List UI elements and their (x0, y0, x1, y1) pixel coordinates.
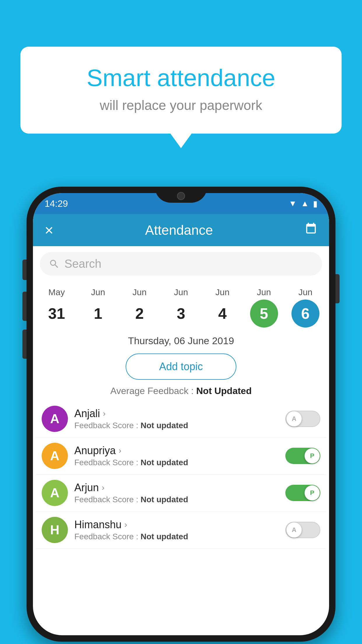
calendar-day-number: 6 (291, 300, 319, 328)
avatar: A (42, 443, 68, 469)
calendar-day[interactable]: Jun3 (162, 287, 200, 328)
toggle-thumb: P (305, 485, 320, 501)
status-icons: ▼ ▲ ▮ (289, 199, 317, 209)
chevron-icon: › (124, 520, 127, 529)
search-bar[interactable]: Search (40, 252, 322, 276)
app-header: × Attendance (33, 214, 329, 246)
student-list: AAnjali ›Feedback Score : Not updatedAAA… (33, 400, 329, 549)
signal-icon: ▲ (301, 199, 309, 208)
attendance-toggle[interactable]: P (285, 485, 320, 501)
chevron-icon: › (119, 446, 121, 455)
calendar-day[interactable]: Jun5 (245, 287, 283, 328)
student-row[interactable]: AAnupriya ›Feedback Score : Not updatedP (36, 438, 326, 475)
student-info: Anupriya ›Feedback Score : Not updated (74, 444, 279, 467)
calendar-day[interactable]: Jun6 (287, 287, 324, 328)
front-camera (177, 192, 185, 200)
calendar-day-number: 4 (208, 300, 236, 328)
feedback-score: Feedback Score : Not updated (74, 495, 279, 504)
search-icon (49, 258, 60, 270)
student-info: Himanshu ›Feedback Score : Not updated (74, 519, 279, 541)
attendance-toggle[interactable]: P (285, 448, 320, 464)
speech-bubble-subtitle: will replace your paperwork (44, 97, 318, 113)
search-placeholder: Search (64, 257, 101, 270)
chevron-icon: › (102, 483, 104, 492)
toggle-thumb: A (287, 522, 302, 538)
avatar: H (42, 517, 68, 543)
calendar-month-label: Jun (133, 287, 147, 297)
calendar-day-number: 5 (250, 300, 278, 328)
calendar-month-label: Jun (91, 287, 105, 297)
calendar-day[interactable]: May31 (38, 287, 75, 328)
calendar-month-label: Jun (215, 287, 229, 297)
calendar-day[interactable]: Jun1 (79, 287, 117, 328)
student-name: Himanshu › (74, 519, 279, 531)
student-info: Arjun ›Feedback Score : Not updated (74, 482, 279, 504)
student-row[interactable]: HHimanshu ›Feedback Score : Not updatedA (36, 512, 326, 549)
chevron-icon: › (103, 409, 106, 418)
calendar-month-label: May (48, 287, 65, 297)
header-title: Attendance (145, 222, 213, 238)
add-topic-button[interactable]: Add topic (126, 354, 236, 380)
calendar-month-label: Jun (257, 287, 271, 297)
student-name: Anjali › (74, 407, 279, 420)
avg-feedback-value: Not Updated (196, 386, 252, 396)
speech-bubble-container: Smart attendance will replace your paper… (20, 47, 342, 134)
close-button[interactable]: × (45, 221, 53, 239)
battery-icon: ▮ (313, 199, 317, 209)
calendar-day[interactable]: Jun4 (203, 287, 241, 328)
feedback-score: Feedback Score : Not updated (74, 458, 279, 467)
status-time: 14:29 (45, 198, 68, 209)
calendar-day-number: 1 (84, 300, 112, 328)
calendar-day[interactable]: Jun2 (121, 287, 159, 328)
calendar-day-number: 3 (167, 300, 195, 328)
student-row[interactable]: AArjun ›Feedback Score : Not updatedP (36, 475, 326, 512)
volume-silent-button (22, 260, 27, 280)
phone-screen: 14:29 ▼ ▲ ▮ × Attendance (33, 193, 329, 635)
calendar-row: May31Jun1Jun2Jun3Jun4Jun5Jun6 (33, 281, 329, 330)
calendar-icon[interactable] (305, 222, 317, 238)
attendance-toggle[interactable]: A (285, 411, 320, 427)
volume-up-button (22, 292, 27, 321)
attendance-toggle[interactable]: A (285, 522, 320, 538)
calendar-day-number: 2 (126, 300, 154, 328)
calendar-month-label: Jun (174, 287, 188, 297)
selected-date: Thursday, 06 June 2019 (33, 330, 329, 349)
speech-bubble: Smart attendance will replace your paper… (20, 47, 342, 134)
feedback-score: Feedback Score : Not updated (74, 532, 279, 541)
volume-down-button (22, 330, 27, 359)
avg-feedback: Average Feedback : Not Updated (33, 386, 329, 396)
wifi-icon: ▼ (289, 199, 297, 208)
speech-bubble-title: Smart attendance (44, 64, 318, 92)
toggle-thumb: P (305, 448, 320, 463)
avg-feedback-label: Average Feedback : (110, 386, 194, 396)
calendar-day-number: 31 (43, 300, 71, 328)
avatar: A (42, 480, 68, 506)
phone-frame: 14:29 ▼ ▲ ▮ × Attendance (27, 187, 335, 642)
phone-mockup: 14:29 ▼ ▲ ▮ × Attendance (27, 187, 335, 642)
student-info: Anjali ›Feedback Score : Not updated (74, 407, 279, 430)
student-row[interactable]: AAnjali ›Feedback Score : Not updatedA (36, 400, 326, 438)
avatar: A (42, 406, 68, 432)
calendar-month-label: Jun (298, 287, 312, 297)
student-name: Anupriya › (74, 444, 279, 457)
toggle-thumb: A (287, 411, 302, 426)
student-name: Arjun › (74, 482, 279, 494)
phone-notch (155, 187, 207, 203)
feedback-score: Feedback Score : Not updated (74, 421, 279, 430)
power-button (335, 274, 340, 303)
